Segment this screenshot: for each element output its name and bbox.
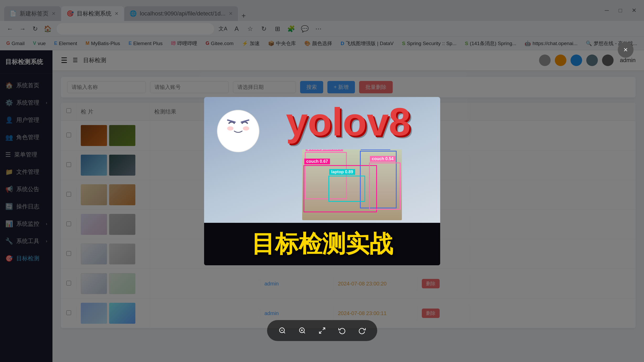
det-label-plant: potted plant 0.64 xyxy=(306,149,343,151)
det-box-couch2: couch 0.54 xyxy=(369,163,401,210)
svg-line-5 xyxy=(284,332,285,333)
svg-point-2 xyxy=(227,126,233,131)
zoom-out-btn[interactable] xyxy=(275,324,289,337)
viewer-controls xyxy=(267,320,377,341)
overlay: yolov8 potted plant 0.64 person 0.781 xyxy=(0,0,644,362)
det-label-person: person 0.781 xyxy=(361,149,391,150)
svg-point-1 xyxy=(222,111,254,143)
overlay-content: yolov8 potted plant 0.64 person 0.781 xyxy=(204,97,440,265)
subtitle-bar: 目标检测实战 xyxy=(204,223,440,265)
yolov8-title: yolov8 xyxy=(257,102,440,142)
rotate-right-btn[interactable] xyxy=(355,324,369,337)
promo-container: yolov8 potted plant 0.64 person 0.781 xyxy=(204,97,440,265)
svg-line-11 xyxy=(323,328,325,330)
det-label-laptop: laptop 0.89 xyxy=(329,169,355,175)
detection-result-image: potted plant 0.64 person 0.781 couch 0.6… xyxy=(302,149,402,220)
svg-line-8 xyxy=(304,332,305,333)
subtitle-text: 目标检测实战 xyxy=(251,228,393,260)
svg-point-3 xyxy=(243,126,249,131)
rotate-left-btn[interactable] xyxy=(335,324,349,337)
fullscreen-btn[interactable] xyxy=(315,324,329,337)
detection-scene[interactable]: yolov8 potted plant 0.64 person 0.781 xyxy=(204,97,440,223)
det-box-laptop: laptop 0.89 xyxy=(328,176,365,202)
det-label-couch: couch 0.67 xyxy=(304,159,330,164)
overlay-close-btn[interactable]: × xyxy=(618,42,634,58)
mascot-container xyxy=(212,102,264,156)
det-label-couch2: couch 0.54 xyxy=(370,156,396,162)
zoom-in-btn[interactable] xyxy=(295,324,309,337)
svg-line-12 xyxy=(319,331,321,333)
